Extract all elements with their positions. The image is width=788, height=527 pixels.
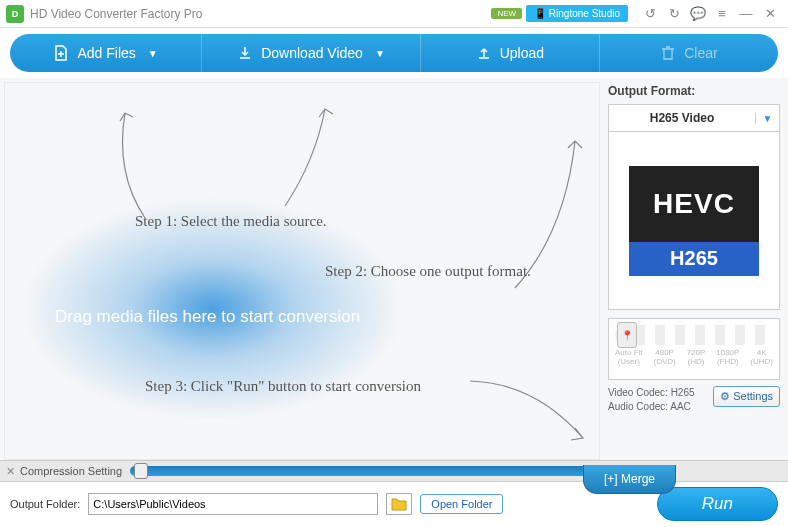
app-title: HD Video Converter Factory Pro: [30, 7, 491, 21]
step-1-text: Step 1: Select the media source.: [135, 213, 327, 230]
drop-canvas[interactable]: Step 1: Select the media source. Step 2:…: [4, 82, 600, 460]
add-files-button[interactable]: Add Files ▼: [10, 34, 202, 72]
upload-icon: [476, 45, 492, 61]
main-area: Step 1: Select the media source. Step 2:…: [0, 78, 788, 460]
add-files-label: Add Files: [77, 45, 135, 61]
browse-folder-button[interactable]: [386, 493, 412, 515]
chevron-down-icon: ▼: [375, 48, 385, 59]
run-button[interactable]: Run: [657, 487, 778, 521]
open-folder-button[interactable]: Open Folder: [420, 494, 503, 514]
step-3-text: Step 3: Click "Run" button to start conv…: [145, 378, 421, 395]
undo-icon[interactable]: ↺: [638, 4, 662, 24]
quality-track[interactable]: 📍: [615, 325, 773, 345]
format-preview[interactable]: HEVC H265: [608, 132, 780, 310]
compression-close-icon[interactable]: ✕: [0, 465, 20, 478]
trash-icon: [660, 45, 676, 61]
output-format-label: Output Format:: [608, 84, 780, 98]
arrow-4-icon: [465, 373, 595, 453]
hevc-bottom-text: H265: [629, 242, 759, 276]
side-panel: Output Format: H265 Video ▼ HEVC H265 📍 …: [600, 78, 788, 460]
download-video-label: Download Video: [261, 45, 363, 61]
settings-button[interactable]: ⚙ Settings: [713, 386, 780, 407]
clear-label: Clear: [684, 45, 717, 61]
titlebar: D HD Video Converter Factory Pro NEW 📱 R…: [0, 0, 788, 28]
hevc-top-text: HEVC: [629, 166, 759, 242]
speech-icon[interactable]: 💬: [686, 4, 710, 24]
compression-thumb[interactable]: [134, 463, 148, 479]
menu-icon[interactable]: ≡: [710, 4, 734, 24]
arrow-2-icon: [275, 101, 355, 211]
footer: Output Folder: Open Folder Run [+] Merge: [0, 482, 788, 526]
ringtone-studio-button[interactable]: 📱 Ringtone Studio: [526, 5, 628, 22]
compression-label: Compression Setting: [20, 465, 130, 477]
hevc-badge: HEVC H265: [629, 166, 759, 276]
download-video-button[interactable]: Download Video ▼: [202, 34, 421, 72]
quality-thumb[interactable]: 📍: [617, 322, 637, 348]
settings-label: Settings: [733, 389, 773, 404]
output-folder-label: Output Folder:: [10, 498, 80, 510]
redo-icon[interactable]: ↻: [662, 4, 686, 24]
folder-icon: [391, 497, 407, 511]
upload-button[interactable]: Upload: [421, 34, 600, 72]
codec-info: ⚙ Settings Video Codec: H265 Audio Codec…: [608, 386, 780, 414]
quality-slider[interactable]: 📍 Auto Fit(User) 480P(DVD) 720P(HD) 1080…: [608, 318, 780, 380]
ringtone-label: Ringtone Studio: [549, 8, 620, 19]
new-badge: NEW: [491, 8, 522, 19]
app-logo: D: [6, 5, 24, 23]
chevron-down-icon: ▼: [755, 113, 779, 124]
download-icon: [237, 45, 253, 61]
merge-button[interactable]: [+] Merge: [583, 465, 676, 494]
quality-labels: Auto Fit(User) 480P(DVD) 720P(HD) 1080P(…: [613, 349, 775, 367]
output-format-value: H265 Video: [609, 111, 755, 125]
close-icon[interactable]: ✕: [758, 4, 782, 24]
output-format-dropdown[interactable]: H265 Video ▼: [608, 104, 780, 132]
add-file-icon: [53, 45, 69, 61]
chevron-down-icon: ▼: [148, 48, 158, 59]
step-2-text: Step 2: Choose one output format.: [325, 263, 531, 280]
toolbar: Add Files ▼ Download Video ▼ Upload Clea…: [0, 28, 788, 78]
minimize-icon[interactable]: —: [734, 4, 758, 24]
drag-hint-text: Drag media files here to start conversio…: [55, 307, 360, 327]
arrow-1-icon: [85, 103, 165, 223]
clear-button[interactable]: Clear: [600, 34, 778, 72]
upload-label: Upload: [500, 45, 544, 61]
output-folder-input[interactable]: [88, 493, 378, 515]
compression-slider[interactable]: [130, 466, 588, 476]
